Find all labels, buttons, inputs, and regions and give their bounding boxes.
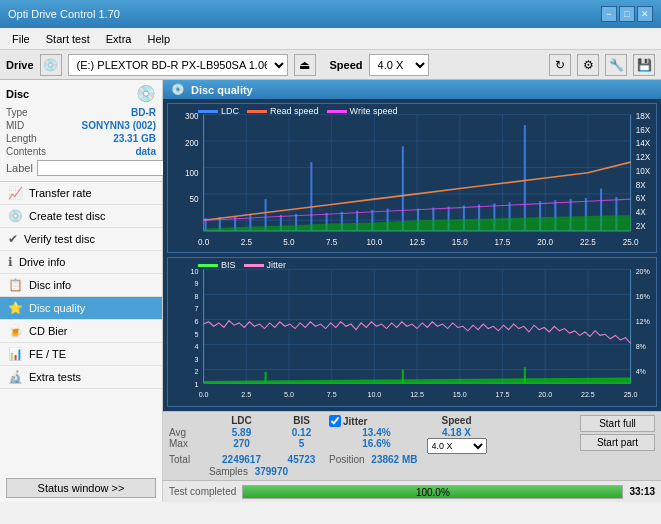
- svg-text:10.0: 10.0: [366, 236, 382, 246]
- quality-title: Disc quality: [191, 84, 253, 96]
- svg-rect-55: [402, 146, 404, 231]
- disc-icon: 💿: [136, 84, 156, 103]
- svg-rect-117: [402, 370, 404, 384]
- sidebar-item-disc-info[interactable]: 📋 Disc info: [0, 274, 162, 297]
- jitter-header-label: Jitter: [343, 416, 367, 427]
- max-label: Max: [169, 438, 209, 454]
- refresh-button[interactable]: ↻: [549, 54, 571, 76]
- svg-text:17.5: 17.5: [495, 236, 511, 246]
- contents-label: Contents: [6, 146, 46, 157]
- window-controls: − □ ✕: [601, 6, 653, 22]
- length-label: Length: [6, 133, 37, 144]
- svg-text:15.0: 15.0: [452, 236, 468, 246]
- write-legend-label: Write speed: [350, 106, 398, 116]
- svg-text:12.5: 12.5: [409, 236, 425, 246]
- bis-total: 45723: [274, 454, 329, 465]
- verify-test-disc-label: Verify test disc: [24, 233, 95, 245]
- speed-select[interactable]: 4.0 X: [427, 438, 487, 454]
- svg-text:2.5: 2.5: [241, 236, 253, 246]
- svg-rect-49: [310, 162, 312, 231]
- settings-button[interactable]: 🔧: [605, 54, 627, 76]
- svg-text:0.0: 0.0: [198, 236, 210, 246]
- read-legend-color: [247, 110, 267, 113]
- sidebar-item-cd-bier[interactable]: 🍺 CD Bier: [0, 320, 162, 343]
- minimize-button[interactable]: −: [601, 6, 617, 22]
- sidebar-item-transfer-rate[interactable]: 📈 Transfer rate: [0, 182, 162, 205]
- record-button[interactable]: ⚙: [577, 54, 599, 76]
- main-area: Disc 💿 Type BD-R MID SONYNN3 (002) Lengt…: [0, 80, 661, 502]
- drive-label: Drive: [6, 59, 34, 71]
- bis-legend-color: [198, 264, 218, 267]
- svg-text:16X: 16X: [636, 124, 651, 134]
- svg-text:2: 2: [195, 367, 199, 376]
- svg-text:100: 100: [185, 168, 199, 178]
- menu-help[interactable]: Help: [139, 31, 178, 47]
- ldc-legend-color: [198, 110, 218, 113]
- ldc-header: LDC: [209, 415, 274, 427]
- read-legend-label: Read speed: [270, 106, 319, 116]
- samples-val: 379970: [255, 466, 288, 477]
- svg-text:0.0: 0.0: [199, 390, 209, 399]
- svg-text:18X: 18X: [636, 111, 651, 121]
- drive-select[interactable]: (E:) PLEXTOR BD-R PX-LB950SA 1.06: [68, 54, 288, 76]
- ldc-avg: 5.89: [209, 427, 274, 438]
- create-test-disc-label: Create test disc: [29, 210, 105, 222]
- fe-te-label: FE / TE: [29, 348, 66, 360]
- cd-bier-label: CD Bier: [29, 325, 68, 337]
- type-value: BD-R: [131, 107, 156, 118]
- eject-button[interactable]: ⏏: [294, 54, 316, 76]
- disc-info-icon: 📋: [8, 278, 23, 292]
- start-full-button[interactable]: Start full: [580, 415, 655, 432]
- menu-bar: File Start test Extra Help: [0, 28, 661, 50]
- svg-text:1: 1: [195, 379, 199, 388]
- svg-text:20.0: 20.0: [537, 236, 553, 246]
- start-part-button[interactable]: Start part: [580, 434, 655, 451]
- quality-icon: 💿: [171, 83, 185, 96]
- close-button[interactable]: ✕: [637, 6, 653, 22]
- status-window-button[interactable]: Status window >>: [6, 478, 156, 498]
- svg-text:8%: 8%: [636, 342, 647, 351]
- svg-text:5: 5: [195, 329, 199, 338]
- label-input[interactable]: [37, 160, 170, 176]
- disc-quality-icon: ⭐: [8, 301, 23, 315]
- sidebar-item-disc-quality[interactable]: ⭐ Disc quality: [0, 297, 162, 320]
- svg-text:5.0: 5.0: [284, 390, 294, 399]
- svg-text:2X: 2X: [636, 221, 646, 231]
- total-label: Total: [169, 454, 209, 465]
- extra-tests-label: Extra tests: [29, 371, 81, 383]
- sidebar: Disc 💿 Type BD-R MID SONYNN3 (002) Lengt…: [0, 80, 163, 502]
- sidebar-item-create-test-disc[interactable]: 💿 Create test disc: [0, 205, 162, 228]
- contents-value: data: [135, 146, 156, 157]
- jitter-checkbox[interactable]: [329, 415, 341, 427]
- svg-text:17.5: 17.5: [496, 390, 510, 399]
- speed-select[interactable]: 4.0 X: [369, 54, 429, 76]
- svg-rect-46: [265, 199, 267, 231]
- menu-start-test[interactable]: Start test: [38, 31, 98, 47]
- bis-chart: BIS Jitter: [167, 257, 657, 407]
- sidebar-item-fe-te[interactable]: 📊 FE / TE: [0, 343, 162, 366]
- charts-area: LDC Read speed Write speed: [163, 99, 661, 411]
- sidebar-item-drive-info[interactable]: ℹ Drive info: [0, 251, 162, 274]
- menu-extra[interactable]: Extra: [98, 31, 140, 47]
- quality-header: 💿 Disc quality: [163, 80, 661, 99]
- ldc-legend: LDC: [198, 106, 239, 116]
- svg-rect-63: [524, 125, 526, 231]
- svg-text:4%: 4%: [636, 367, 647, 376]
- save-button[interactable]: 💾: [633, 54, 655, 76]
- speed-val: 4.18 X: [424, 427, 489, 438]
- maximize-button[interactable]: □: [619, 6, 635, 22]
- bis-legend-label: BIS: [221, 260, 236, 270]
- sidebar-item-extra-tests[interactable]: 🔬 Extra tests: [0, 366, 162, 389]
- svg-text:20.0: 20.0: [538, 390, 552, 399]
- svg-text:50: 50: [189, 194, 198, 204]
- menu-file[interactable]: File: [4, 31, 38, 47]
- verify-test-disc-icon: ✔: [8, 232, 18, 246]
- svg-rect-118: [524, 367, 526, 383]
- svg-text:3: 3: [195, 354, 199, 363]
- progress-bar: 100.0%: [242, 485, 623, 499]
- jitter-max: 16.6%: [329, 438, 424, 454]
- create-test-disc-icon: 💿: [8, 209, 23, 223]
- sidebar-item-verify-test-disc[interactable]: ✔ Verify test disc: [0, 228, 162, 251]
- disc-section-title: Disc: [6, 88, 29, 100]
- app-title: Opti Drive Control 1.70: [8, 8, 120, 20]
